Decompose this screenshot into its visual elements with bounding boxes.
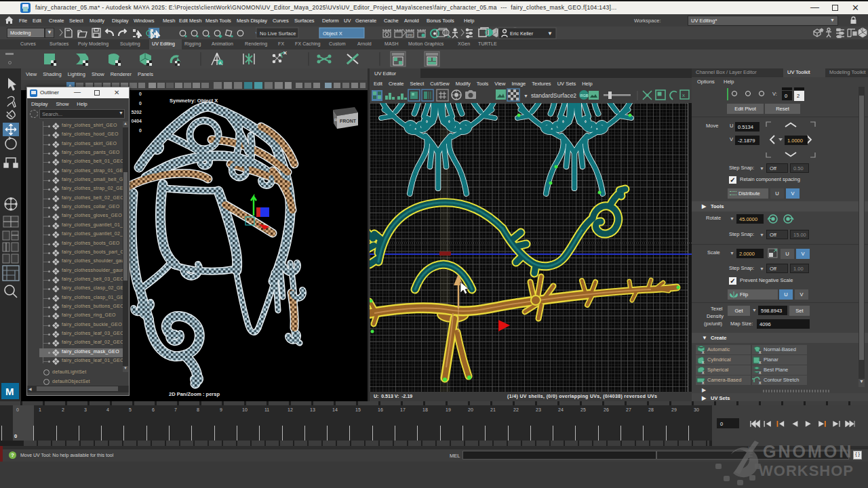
svg-text:0: 0 [139,92,142,96]
svg-text:x: x [682,92,685,98]
svg-text:RGB: RGB [580,94,589,98]
svg-text:x: x [702,370,705,375]
svg-text:x: x [759,370,762,375]
svg-text:M: M [5,386,14,397]
svg-text:▼: ▼ [524,94,528,98]
svg-text:x: x [702,380,705,385]
svg-text:Symmetry: Object X: Symmetry: Object X [170,98,218,104]
svg-text:FRONT: FRONT [340,119,357,123]
svg-text:x: x [759,350,762,354]
svg-text:x: x [702,350,705,354]
svg-text:2D Pan/Zoom : persp: 2D Pan/Zoom : persp [169,391,220,397]
svg-text:x: x [759,380,762,385]
svg-text:5202: 5202 [131,110,142,115]
svg-text:No Live Surface: No Live Surface [260,30,296,37]
svg-text:x: x [702,360,705,365]
svg-text:x: x [759,360,762,365]
svg-text:Object X: Object X [323,30,342,37]
svg-text:A: A [219,61,222,65]
svg-text:Eric Keller: Eric Keller [510,30,534,37]
svg-text:THE: THE [747,446,754,458]
svg-text:0404: 0404 [131,119,142,123]
svg-text:0: 0 [139,101,142,106]
svg-text:x: x [448,35,450,39]
svg-text:0: 0 [139,128,142,133]
svg-text:IPR: IPR [407,33,413,37]
svg-text:R: R [334,118,338,122]
svg-text:GNOMON: GNOMON [763,442,853,461]
svg-text:WORKSHOP: WORKSHOP [759,462,854,479]
svg-text:▼: ▼ [547,30,553,37]
svg-text:standardSurface2: standardSurface2 [531,92,576,99]
svg-text:✕: ✕ [283,50,288,56]
